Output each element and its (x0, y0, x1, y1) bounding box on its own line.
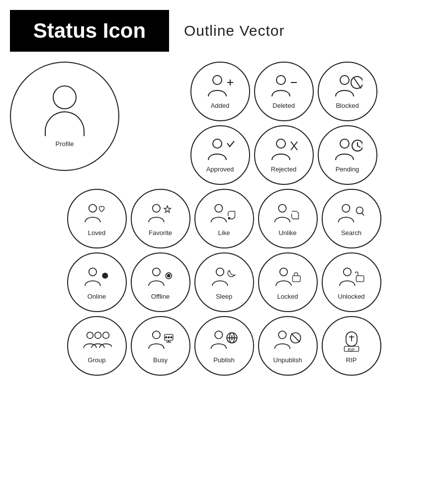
row-5: Group Busy Publish (67, 316, 381, 376)
row-1: Added Deleted Blocked (129, 62, 438, 121)
svg-point-12 (340, 139, 349, 148)
svg-point-43 (215, 331, 222, 338)
publish-label: Publish (213, 356, 235, 364)
rejected-icon: Rejected (254, 125, 314, 185)
svg-point-3 (276, 76, 285, 84)
svg-point-36 (152, 331, 160, 338)
loved-icon: Loved (67, 189, 127, 248)
svg-point-17 (215, 204, 222, 212)
online-icon: Online (67, 252, 127, 312)
svg-rect-18 (228, 217, 230, 219)
svg-point-24 (102, 273, 108, 279)
svg-point-29 (279, 268, 287, 275)
search-label: Search (341, 229, 361, 237)
unlocked-label: Unlocked (338, 293, 364, 300)
svg-point-20 (342, 204, 350, 212)
favorite-icon: Favorite (131, 189, 190, 248)
publish-icon: Publish (194, 316, 254, 376)
unlocked-icon: Unlocked (322, 252, 381, 312)
svg-rect-32 (356, 276, 363, 282)
svg-point-38 (165, 337, 167, 338)
loved-label: Loved (88, 229, 105, 237)
unpublish-icon: Unpublish (258, 316, 318, 376)
locked-label: Locked (277, 293, 298, 300)
deleted-icon: Deleted (254, 62, 314, 121)
approved-icon: Approved (190, 125, 250, 185)
busy-label: Busy (153, 356, 168, 364)
sleep-label: Sleep (216, 293, 232, 300)
rejected-label: Rejected (271, 165, 296, 173)
subtitle: Outline Vector (184, 22, 284, 39)
main-content: Profile Added De (10, 62, 438, 185)
pending-icon: Pending (318, 125, 377, 185)
svg-marker-16 (164, 206, 171, 213)
svg-point-39 (168, 337, 170, 338)
svg-point-28 (216, 268, 223, 275)
blocked-label: Blocked (336, 102, 358, 109)
rip-icon: RIP RIP (322, 316, 381, 376)
person-body (45, 111, 85, 136)
person-figure (45, 85, 85, 136)
deleted-label: Deleted (272, 102, 295, 109)
svg-point-8 (213, 139, 222, 148)
like-icon: Like (194, 189, 254, 248)
unlike-label: Unlike (278, 229, 296, 237)
sleep-icon: Sleep (194, 252, 254, 312)
row-2: Approved Rejected (129, 125, 438, 185)
page-header: Status Icon Outline Vector (10, 10, 438, 52)
svg-point-34 (94, 332, 101, 338)
svg-point-35 (102, 332, 109, 338)
search-icon: Search (322, 189, 381, 248)
svg-point-19 (278, 204, 286, 212)
offline-icon: Offline (131, 252, 190, 312)
blocked-icon: Blocked (318, 62, 377, 121)
svg-point-27 (167, 274, 170, 277)
svg-line-22 (361, 213, 363, 216)
profile-icon-large: Profile (10, 62, 119, 171)
row-4: Online Offline Sleep Locked (67, 252, 381, 312)
svg-point-0 (213, 76, 222, 84)
row-3: Loved Favorite Like Unlike (67, 189, 381, 248)
like-label: Like (218, 229, 230, 237)
group-label: Group (88, 356, 105, 364)
profile-label: Profile (56, 140, 74, 148)
svg-rect-30 (292, 276, 300, 282)
svg-line-51 (291, 333, 299, 342)
locked-icon: Locked (258, 252, 318, 312)
person-head (53, 85, 77, 109)
svg-point-25 (152, 268, 160, 275)
group-icon: Group (67, 316, 127, 376)
svg-point-15 (152, 204, 160, 212)
busy-icon: Busy (131, 316, 190, 376)
svg-point-9 (276, 139, 285, 148)
svg-point-49 (278, 331, 286, 338)
added-icon: Added (190, 62, 250, 121)
svg-line-6 (354, 78, 361, 88)
svg-point-40 (171, 337, 172, 338)
pending-label: Pending (336, 165, 359, 173)
offline-label: Offline (151, 293, 170, 300)
unlike-icon: Unlike (258, 189, 318, 248)
added-label: Added (211, 102, 230, 109)
online-label: Online (88, 293, 106, 300)
svg-point-5 (340, 76, 349, 84)
rip-label: RIP (346, 356, 357, 364)
favorite-label: Favorite (149, 229, 172, 237)
main-title: Status Icon (10, 10, 169, 52)
svg-point-14 (89, 204, 96, 212)
svg-point-23 (89, 268, 96, 275)
unpublish-label: Unpublish (273, 356, 302, 364)
svg-point-33 (87, 332, 93, 338)
svg-point-31 (343, 268, 351, 275)
approved-label: Approved (206, 165, 234, 173)
